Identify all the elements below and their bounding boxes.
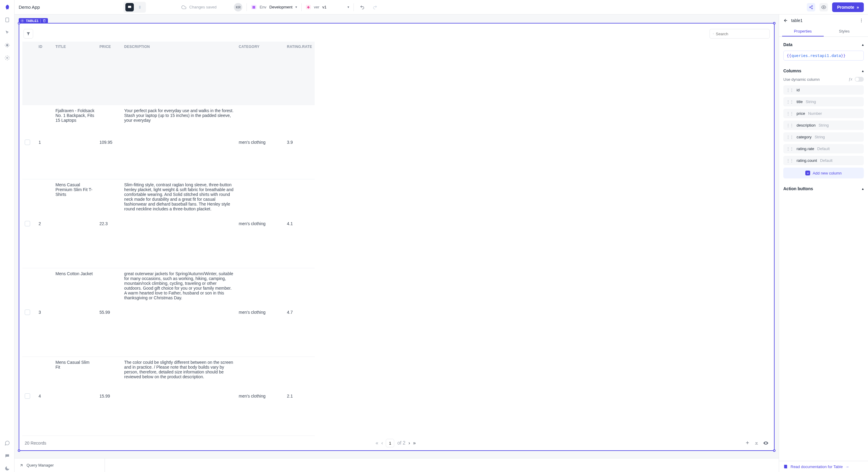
- dynamic-column-toggle[interactable]: [855, 77, 864, 82]
- arrow-left-icon: [783, 18, 788, 23]
- page-next-button[interactable]: ›: [408, 440, 410, 446]
- add-column-button[interactable]: + Add new column: [783, 167, 864, 179]
- query-manager-toggle[interactable]: Query Manager: [14, 459, 105, 472]
- section-columns[interactable]: Columns▴: [783, 68, 864, 73]
- env-dropdown[interactable]: ▦ Env Development ▾: [251, 5, 297, 9]
- cell-rating: 4.1: [284, 179, 315, 268]
- moon-icon[interactable]: [4, 465, 11, 472]
- drag-handle-icon[interactable]: ⋮⋮: [786, 88, 794, 92]
- row-checkbox[interactable]: [25, 221, 30, 226]
- row-checkbox[interactable]: [25, 394, 30, 399]
- column-item[interactable]: ⋮⋮rating.rateDefault: [783, 144, 864, 153]
- page-input[interactable]: [386, 439, 394, 447]
- cell-description: Slim-fitting style, contrast raglan long…: [122, 179, 236, 268]
- resize-handle[interactable]: [18, 22, 20, 24]
- expand-icon: [19, 463, 24, 468]
- bug-icon[interactable]: [4, 41, 11, 49]
- column-header[interactable]: CATEGORY: [236, 41, 284, 105]
- search-input-wrapper[interactable]: [710, 29, 770, 39]
- ver-badge-icon: ◈: [306, 5, 311, 9]
- promote-button[interactable]: Promote »: [832, 2, 864, 12]
- visibility-button[interactable]: [763, 440, 769, 446]
- component-name: table1: [791, 18, 803, 23]
- svg-point-9: [22, 21, 23, 22]
- share-button[interactable]: [807, 3, 815, 11]
- column-item[interactable]: ⋮⋮id: [783, 85, 864, 95]
- chat-icon[interactable]: [4, 439, 11, 447]
- column-item[interactable]: ⋮⋮descriptionString: [783, 121, 864, 130]
- save-status: Changes saved: [181, 5, 216, 10]
- page-icon[interactable]: [4, 16, 11, 24]
- cell-id: 1: [36, 105, 53, 179]
- back-button[interactable]: [783, 18, 788, 23]
- undo-button[interactable]: [358, 3, 367, 11]
- left-sidebar: [0, 0, 14, 472]
- column-header[interactable]: RATING.RATE: [284, 41, 315, 105]
- download-button[interactable]: [754, 440, 759, 446]
- cell-category: men's clothing: [236, 357, 284, 436]
- trash-icon[interactable]: [42, 19, 46, 23]
- drag-handle-icon[interactable]: ⋮⋮: [786, 123, 794, 127]
- row-checkbox[interactable]: [25, 310, 30, 315]
- preview-button[interactable]: [819, 3, 828, 11]
- redo-button[interactable]: [371, 3, 379, 11]
- column-item[interactable]: ⋮⋮rating.countDefault: [783, 156, 864, 165]
- page-first-button[interactable]: «: [375, 440, 378, 446]
- table-pager: 20 Records « ‹ of 2 › »: [22, 436, 771, 450]
- add-row-button[interactable]: [745, 440, 750, 446]
- data-source-input[interactable]: {{queries.restapi1.data}}: [783, 51, 864, 61]
- drag-handle-icon[interactable]: ⋮⋮: [786, 112, 794, 116]
- page-prev-button[interactable]: ‹: [381, 440, 383, 446]
- cell-title: Mens Casual Slim Fit: [53, 357, 97, 436]
- svg-point-12: [861, 20, 862, 21]
- drag-handle-icon[interactable]: ⋮⋮: [786, 135, 794, 139]
- filter-button[interactable]: [24, 29, 33, 39]
- tab-properties[interactable]: Properties: [782, 27, 824, 36]
- column-header[interactable]: PRICE: [97, 41, 122, 105]
- message-icon[interactable]: [4, 452, 11, 459]
- more-button[interactable]: [859, 18, 864, 23]
- more-vertical-icon: [859, 18, 864, 23]
- column-header[interactable]: TITLE: [53, 41, 97, 105]
- section-data[interactable]: Data▴: [783, 42, 864, 47]
- svg-point-11: [861, 19, 862, 19]
- device-toggle[interactable]: [124, 2, 146, 13]
- section-action-buttons[interactable]: Action buttons▴: [783, 186, 864, 191]
- search-input[interactable]: [716, 32, 767, 36]
- desktop-icon[interactable]: [125, 3, 134, 11]
- column-item[interactable]: ⋮⋮titleString: [783, 97, 864, 106]
- rocket-icon[interactable]: [4, 4, 11, 11]
- chevron-right-icon: »: [857, 5, 859, 10]
- svg-point-5: [812, 5, 813, 7]
- ver-dropdown[interactable]: ◈ ver v1 ▾: [306, 5, 349, 9]
- arrow-right-icon: →: [845, 465, 849, 469]
- column-item[interactable]: ⋮⋮categoryString: [783, 132, 864, 141]
- column-header[interactable]: ID: [36, 41, 53, 105]
- fx-button[interactable]: ƒx: [848, 77, 852, 82]
- column-header[interactable]: DESCRIPTION: [122, 41, 236, 105]
- user-avatar[interactable]: KR: [234, 3, 242, 11]
- table-component[interactable]: IDTITLEPRICEDESCRIPTIONCATEGORYRATING.RA…: [19, 23, 775, 451]
- resize-handle[interactable]: [18, 449, 20, 452]
- filter-icon: [26, 32, 30, 36]
- cell-rating: 2.1: [284, 357, 315, 436]
- mobile-icon[interactable]: [135, 3, 144, 11]
- svg-point-7: [812, 8, 813, 9]
- cell-rating: 3.9: [284, 105, 315, 179]
- gear-icon[interactable]: [4, 54, 11, 62]
- cell-description: The color could be slightly different be…: [122, 357, 236, 436]
- doc-link[interactable]: Read documentation for Table →: [779, 461, 868, 472]
- cursor-icon[interactable]: [4, 29, 11, 36]
- row-checkbox[interactable]: [25, 139, 30, 145]
- dynamic-column-label: Use dynamic column: [783, 77, 820, 82]
- tab-styles[interactable]: Styles: [824, 27, 865, 36]
- canvas[interactable]: TABLE1 IDTITLEPRICEDESCRIPTIO: [14, 14, 779, 472]
- page-last-button[interactable]: »: [413, 440, 415, 446]
- resize-handle[interactable]: [773, 22, 775, 24]
- drag-handle-icon[interactable]: ⋮⋮: [786, 100, 794, 104]
- drag-handle-icon[interactable]: ⋮⋮: [786, 159, 794, 163]
- data-table: IDTITLEPRICEDESCRIPTIONCATEGORYRATING.RA…: [22, 41, 771, 436]
- resize-handle[interactable]: [773, 449, 775, 452]
- column-item[interactable]: ⋮⋮priceNumber: [783, 109, 864, 118]
- drag-handle-icon[interactable]: ⋮⋮: [786, 147, 794, 151]
